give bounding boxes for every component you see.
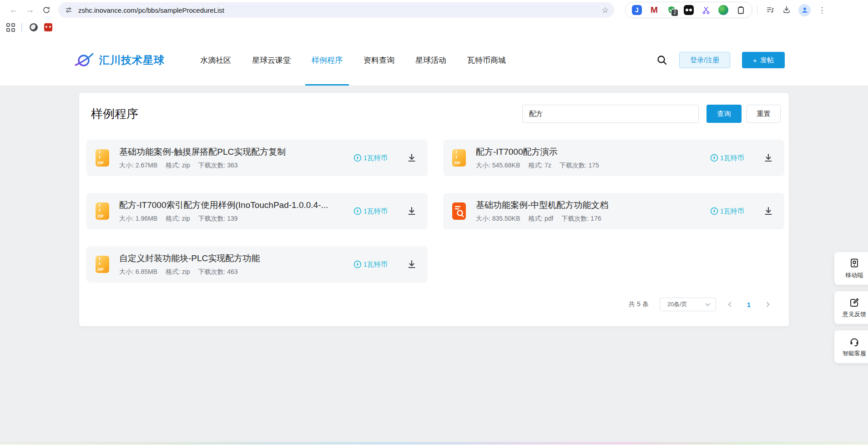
downloads-value: 175 <box>588 162 599 169</box>
size-value: 835.50KB <box>492 215 520 222</box>
file-card[interactable]: ZIP 配方-IT7000配方演示 大小: 545.68KB 格式: 7z 下载… <box>443 140 784 176</box>
reload-icon[interactable] <box>40 4 52 16</box>
prev-page-button[interactable] <box>727 301 734 308</box>
price-text: 1瓦特币 <box>363 207 388 216</box>
post-button-label: 发帖 <box>760 56 774 65</box>
size-label: 大小: <box>476 215 490 222</box>
ext-globe-icon[interactable] <box>718 5 728 15</box>
downloads-value: 176 <box>590 215 601 222</box>
download-button[interactable] <box>763 153 773 163</box>
media-controls-icon[interactable] <box>764 4 776 16</box>
bottom-gradient-strip <box>0 442 868 445</box>
nav-shuidi-community[interactable]: 水滴社区 <box>200 35 231 86</box>
downloads-icon[interactable] <box>781 4 792 16</box>
back-icon[interactable]: ← <box>8 4 20 16</box>
ext-j-icon[interactable]: J <box>632 5 642 15</box>
next-page-button[interactable] <box>763 301 771 308</box>
price-text: 1瓦特币 <box>720 154 744 162</box>
bookmark-globe-icon[interactable] <box>30 23 38 31</box>
watt-coin-price: 1瓦特币 <box>710 207 744 216</box>
ext-m-icon[interactable]: M <box>649 5 659 15</box>
headset-icon <box>849 336 860 347</box>
watt-coin-price: 1瓦特币 <box>353 207 388 216</box>
person-glyph <box>801 6 809 14</box>
page-number[interactable]: 1 <box>745 301 752 308</box>
floating-side-panel: 移动端 意见反馈 智能客服 <box>834 252 868 363</box>
watt-coin-icon <box>353 154 362 162</box>
address-bar[interactable]: zshc.inovance.com/pc/bbs/sampleProcedure… <box>58 2 614 18</box>
site-info-icon[interactable] <box>65 6 73 14</box>
file-card[interactable]: ZIP 基础功能案例-触摸屏搭配PLC实现配方复制 大小: 2.67MB 格式:… <box>86 140 428 176</box>
zip-file-icon: ZIP <box>452 149 466 167</box>
format-value: 7z <box>545 162 551 169</box>
watt-coin-price: 1瓦特币 <box>353 154 388 162</box>
login-register-button[interactable]: 登录/注册 <box>679 52 730 68</box>
apps-grid-icon[interactable] <box>6 23 15 32</box>
download-button[interactable] <box>407 206 417 216</box>
download-button[interactable] <box>407 153 417 163</box>
total-count: 共 5 条 <box>629 300 649 308</box>
post-button[interactable]: + 发帖 <box>742 52 785 68</box>
ext-shield-icon[interactable]: 2 <box>666 5 676 15</box>
page-size-select[interactable]: 20条/页 <box>660 298 716 311</box>
downloads-value: 139 <box>227 215 237 222</box>
feedback-button[interactable]: 意见反馈 <box>834 291 868 324</box>
downloads-value: 363 <box>227 162 237 169</box>
file-title[interactable]: 基础功能案例-中型机配方功能文档 <box>476 199 705 211</box>
zip-file-icon: ZIP <box>96 202 109 220</box>
browser-menu-icon[interactable]: ⋮ <box>818 5 826 15</box>
file-card[interactable]: ZIP 自定义封装功能块-PLC实现配方功能 大小: 6.85MB 格式: zi… <box>86 246 428 283</box>
ext-clipboard-icon[interactable] <box>736 5 746 15</box>
scissors-glyph <box>701 5 711 15</box>
bookmarks-bar <box>0 20 868 35</box>
nav-document-search[interactable]: 资料查询 <box>363 35 394 86</box>
mobile-app-button[interactable]: 移动端 <box>834 252 868 285</box>
reload-glyph <box>42 6 50 14</box>
nav-watt-coin-mall[interactable]: 瓦特币商城 <box>467 35 506 86</box>
search-icon[interactable] <box>656 55 667 66</box>
download-button[interactable] <box>763 206 773 216</box>
nav-cloud-classroom[interactable]: 星球云课堂 <box>252 35 291 86</box>
ext-eyes-icon[interactable] <box>684 5 694 15</box>
size-label: 大小: <box>119 268 134 275</box>
clipboard-glyph <box>737 6 745 15</box>
bookmark-star-icon[interactable]: ☆ <box>602 5 609 15</box>
feedback-label: 意见反馈 <box>843 310 866 319</box>
download-arrow-icon <box>763 153 773 163</box>
nav-planet-activities[interactable]: 星球活动 <box>415 35 446 86</box>
bookmarks-separator <box>21 23 22 31</box>
file-title[interactable]: 配方-IT7000配方演示 <box>476 146 705 158</box>
file-title[interactable]: 自定义封装功能块-PLC实现配方功能 <box>119 253 348 264</box>
chevron-right-icon <box>764 302 769 307</box>
reset-button[interactable]: 重置 <box>747 105 781 123</box>
file-title[interactable]: 基础功能案例-触摸屏搭配PLC实现配方复制 <box>119 146 348 158</box>
site-logo[interactable]: 汇川技术星球 <box>73 51 165 69</box>
forward-icon[interactable]: → <box>24 4 36 16</box>
file-info: 基础功能案例-触摸屏搭配PLC实现配方复制 大小: 2.67MB 格式: zip… <box>119 146 348 170</box>
size-label: 大小: <box>476 162 490 169</box>
query-button[interactable]: 查询 <box>707 105 742 123</box>
bookmark-devil-icon[interactable] <box>44 23 52 31</box>
download-button[interactable] <box>407 259 417 269</box>
download-arrow-icon <box>763 206 773 216</box>
pdf-file-icon <box>452 202 466 220</box>
downloads-label: 下载次数: <box>561 215 589 222</box>
page-background: 样例程序 查询 重置 ZIP 基础功能案例-触摸屏搭配PLC实现配方复制 大小:… <box>0 86 868 445</box>
profile-avatar[interactable] <box>798 4 811 16</box>
file-title[interactable]: 配方-IT7000索引配方使用样例(InoTouchPad-1.0.0.4-..… <box>119 199 348 211</box>
format-value: zip <box>182 162 190 169</box>
download-arrow-icon <box>407 206 417 216</box>
ext-badge: 2 <box>671 9 678 16</box>
file-card[interactable]: ZIP 配方-IT7000索引配方使用样例(InoTouchPad-1.0.0.… <box>86 193 428 229</box>
download-arrow-icon <box>407 153 417 163</box>
file-card[interactable]: 基础功能案例-中型机配方功能文档 大小: 835.50KB 格式: pdf 下载… <box>443 193 784 229</box>
download-arrow-icon <box>407 259 417 269</box>
smart-service-button[interactable]: 智能客服 <box>834 330 868 363</box>
url-text[interactable]: zshc.inovance.com/pc/bbs/sampleProcedure… <box>78 6 602 14</box>
size-value: 1.96MB <box>136 215 157 222</box>
ext-scissors-icon[interactable] <box>701 5 711 15</box>
keyword-input[interactable] <box>522 105 699 123</box>
nav-sample-procedures[interactable]: 样例程序 <box>312 35 343 86</box>
format-label: 格式: <box>166 268 180 275</box>
header-actions: 登录/注册 + 发帖 <box>656 52 785 68</box>
